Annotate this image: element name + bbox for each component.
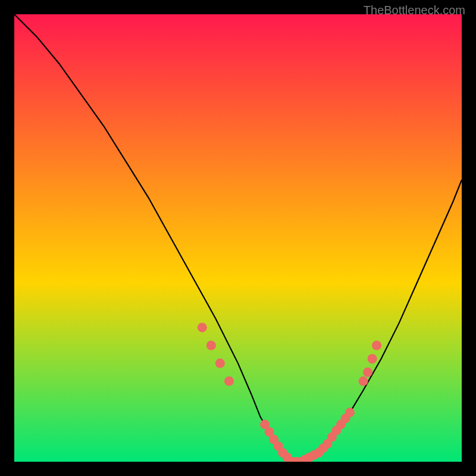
gradient-background [14,14,462,462]
marker-dot [215,359,225,368]
marker-dot [345,408,355,417]
marker-dot [206,341,216,350]
marker-dot [372,341,381,350]
marker-dot [368,354,377,364]
marker-dot [359,377,368,386]
marker-dot [198,322,207,332]
marker-dot [363,368,372,377]
marker-dot [224,377,234,386]
chart-plot [14,14,462,462]
chart-svg [14,14,462,462]
watermark-text: TheBottleneck.com [364,4,465,17]
